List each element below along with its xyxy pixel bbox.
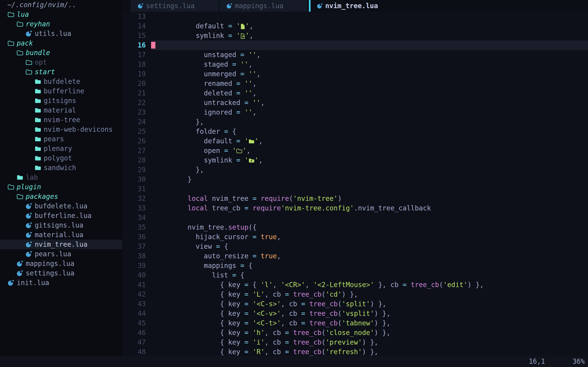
explorer-root-path[interactable]: ~/.config/nvim/.. xyxy=(0,0,122,9)
tree-item-label: bundle xyxy=(26,49,50,57)
code-line-40[interactable]: 40 { key = { 'l', '<CR>', '<2-LeftMouse>… xyxy=(122,270,588,280)
tree-item-label: utils.lua xyxy=(35,30,71,38)
code-line-41[interactable]: 41 { key = 'L', cb = tree_cb('cd') }, xyxy=(122,280,588,290)
code-line-23[interactable]: 23 }, xyxy=(122,108,588,117)
tree-item-gitsigns[interactable]: gitsigns xyxy=(0,96,122,105)
tab-nvim_tree-lua[interactable]: nvim_tree.lua xyxy=(311,0,378,12)
tree-item-plugin[interactable]: plugin xyxy=(0,182,122,192)
code-line-14[interactable]: 14 symlink = '', xyxy=(122,21,588,31)
tab-mappings-lua[interactable]: mappings.lua xyxy=(219,0,307,12)
tree-item-lua[interactable]: lua xyxy=(0,9,122,19)
tree-item-polygot[interactable]: polygot xyxy=(0,153,122,163)
code-line-19[interactable]: 19 renamed = '', xyxy=(122,69,588,79)
code-line-27[interactable]: 27 symlink = '', xyxy=(122,146,588,155)
code-text: unstaged = '', xyxy=(151,40,588,50)
tree-item-nvim_tree-lua[interactable]: nvim_tree.lua xyxy=(0,240,122,249)
tree-item-init-lua[interactable]: init.lua xyxy=(0,278,122,287)
tree-item-bufferline[interactable]: bufferline xyxy=(0,86,122,96)
code-line-44[interactable]: 44 { key = '<C-t>', cb = tree_cb('tabnew… xyxy=(122,309,588,318)
folder-open-icon xyxy=(16,194,23,200)
line-number: 40 xyxy=(122,270,151,280)
code-text: unmerged = '', xyxy=(151,59,588,69)
tree-item-mappings-lua[interactable]: mappings.lua xyxy=(0,259,122,268)
lua-file-icon xyxy=(7,279,14,286)
tree-item-settings-lua[interactable]: settings.lua xyxy=(0,268,122,278)
code-line-33[interactable]: 33 xyxy=(122,203,588,213)
tree-item-pears-lua[interactable]: pears.lua xyxy=(0,249,122,259)
line-number: 29 xyxy=(122,165,151,175)
tree-item-bufdelete-lua[interactable]: bufdelete.lua xyxy=(0,201,122,211)
tree-item-packages[interactable]: packages xyxy=(0,192,122,201)
code-text: { key = 'c', cb = tree_cb('create') }, xyxy=(151,347,588,356)
code-line-28[interactable]: 28 }, xyxy=(122,155,588,165)
tab-bar: settings.lua mappings.lua nvim_tree.lua xyxy=(122,0,588,12)
code-text: deleted = '', xyxy=(151,79,588,88)
tree-item-nvim-tree[interactable]: nvim-tree xyxy=(0,115,122,125)
code-line-24[interactable]: 24 folder = { xyxy=(122,117,588,127)
code-line-43[interactable]: 43 { key = '<C-v>', cb = tree_cb('vsplit… xyxy=(122,299,588,309)
code-line-45[interactable]: 45 { key = 'h', cb = tree_cb('close_node… xyxy=(122,318,588,328)
code-line-36[interactable]: 36 view = { xyxy=(122,232,588,242)
code-line-39[interactable]: 39 list = { xyxy=(122,261,588,270)
folder-icon xyxy=(34,98,41,104)
tree-item-material-lua[interactable]: material.lua xyxy=(0,230,122,240)
code-line-47[interactable]: 47 { key = 'R', cb = tree_cb('refresh') … xyxy=(122,337,588,347)
code-line-26[interactable]: 26 open = '', xyxy=(122,136,588,146)
code-text: { key = { 'l', '<CR>', '<2-LeftMouse>' }… xyxy=(151,270,588,280)
code-line-21[interactable]: 21 untracked = '', xyxy=(122,88,588,98)
folder-open-icon xyxy=(25,69,32,75)
code-line-25[interactable]: 25 default = '', xyxy=(122,127,588,136)
folder-icon xyxy=(34,146,41,151)
code-line-15[interactable]: 15 git = { xyxy=(122,31,588,40)
line-number: 27 xyxy=(122,146,151,155)
lua-file-icon xyxy=(317,2,323,9)
lua-file-icon xyxy=(25,30,32,37)
code-line-35[interactable]: 35 hijack_cursor = true, xyxy=(122,222,588,232)
code-editor[interactable]: 13 default = '', 14 symlink = '', 15 git… xyxy=(122,12,588,356)
tree-item-label: settings.lua xyxy=(26,269,74,277)
code-text: list = { xyxy=(151,261,588,270)
code-line-38[interactable]: 38 mappings = { xyxy=(122,251,588,261)
code-line-18[interactable]: 18 unmerged = '', xyxy=(122,59,588,69)
tree-item-gitsigns-lua[interactable]: gitsigns.lua xyxy=(0,220,122,230)
code-line-22[interactable]: 22 ignored = '', xyxy=(122,98,588,108)
code-text: default = '', xyxy=(151,12,588,21)
tree-item-plenary[interactable]: plenary xyxy=(0,144,122,153)
line-number: 15 xyxy=(122,31,151,40)
code-line-48[interactable]: 48 { key = 'c', cb = tree_cb('create') }… xyxy=(122,347,588,356)
code-line-46[interactable]: 46 { key = 'i', cb = tree_cb('preview') … xyxy=(122,328,588,337)
tree-item-pears[interactable]: pears xyxy=(0,134,122,144)
tree-item-lab[interactable]: lab xyxy=(0,173,122,182)
tree-item-nvim-web-devicons[interactable]: nvim-web-devicons xyxy=(0,125,122,134)
tree-item-bufferline-lua[interactable]: bufferline.lua xyxy=(0,211,122,220)
tab-settings-lua[interactable]: settings.lua xyxy=(130,0,218,12)
code-line-42[interactable]: 42 { key = '<C-s>', cb = tree_cb('split'… xyxy=(122,290,588,299)
tree-item-label: packages xyxy=(26,192,58,200)
line-number: 38 xyxy=(122,251,151,261)
code-line-17[interactable]: 17 staged = '', xyxy=(122,50,588,59)
tree-item-label: gitsigns.lua xyxy=(35,221,83,229)
code-text xyxy=(151,175,588,184)
line-number: 16 xyxy=(122,40,151,50)
code-line-37[interactable]: 37 auto_resize = true, xyxy=(122,242,588,251)
code-line-31[interactable]: 31 local nvim_tree = require('nvim-tree'… xyxy=(122,184,588,194)
code-text: open = '', xyxy=(151,136,588,146)
tree-item-sandwich[interactable]: sandwich xyxy=(0,163,122,173)
tree-item-bufdelete[interactable]: bufdelete xyxy=(0,77,122,86)
tree-item-bundle[interactable]: bundle xyxy=(0,48,122,58)
code-line-13[interactable]: 13 default = '', xyxy=(122,12,588,21)
code-line-29[interactable]: 29 } xyxy=(122,165,588,175)
tree-item-opt[interactable]: opt xyxy=(0,58,122,67)
tree-item-material[interactable]: material xyxy=(0,105,122,115)
tree-item-pack[interactable]: pack xyxy=(0,38,122,48)
lua-file-icon xyxy=(25,203,32,210)
code-line-34[interactable]: 34 nvim_tree.setup({ xyxy=(122,213,588,222)
code-line-16[interactable]: 16 unstaged = '', xyxy=(122,40,588,50)
tree-item-start[interactable]: start xyxy=(0,67,122,77)
tree-item-utils-lua[interactable]: utils.lua xyxy=(0,29,122,38)
code-text: hijack_cursor = true, xyxy=(151,222,588,232)
tree-item-reyhan[interactable]: reyhan xyxy=(0,19,122,29)
code-line-20[interactable]: 20 deleted = '', xyxy=(122,79,588,88)
code-line-32[interactable]: 32 local tree_cb = require'nvim-tree.con… xyxy=(122,194,588,203)
code-line-30[interactable]: 30 xyxy=(122,175,588,184)
